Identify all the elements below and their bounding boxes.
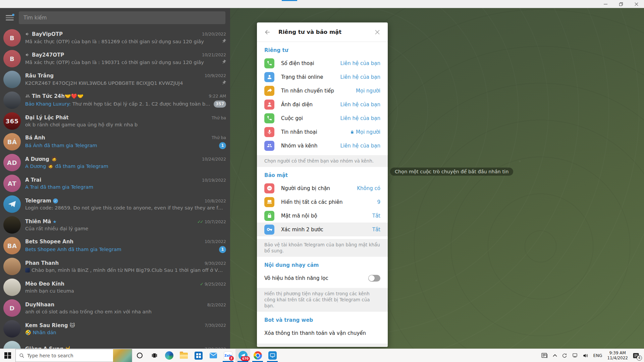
chat-avatar: B [3, 50, 21, 67]
filter-toggle[interactable] [368, 275, 380, 282]
chat-row-line2: K2CRZ467 E47OCJ2H KWL3WDL6 UPOBG8TE 8CIX… [25, 80, 226, 86]
dialog-title: Riêng tư và bảo mật [278, 29, 374, 35]
cortana-button[interactable] [132, 349, 147, 362]
taskbar-search-box[interactable] [15, 349, 132, 362]
chat-row-content: Râu Trắng10/9/2022K2CRZ467 E47OCJ2H KWL3… [25, 73, 226, 86]
chat-list-item[interactable]: DDuyNhaan8/2/2022anh ơi có slot ads nào … [0, 298, 230, 318]
news-widget-button[interactable] [539, 349, 550, 362]
message-photo-thumb-icon [25, 268, 30, 273]
settings-row-value: Liên hệ của bạn [340, 74, 380, 80]
chat-row-line1: A Dương 🧔10/24/2022 [25, 156, 226, 162]
back-icon[interactable] [264, 29, 271, 36]
hamburger-menu-icon[interactable] [5, 13, 15, 23]
chat-list-item[interactable]: Mèo Đeo Kính✓9/25/2022mình bạn cu tieuma [0, 277, 230, 298]
remote-app-button[interactable] [265, 349, 280, 362]
close-icon[interactable] [374, 29, 380, 35]
network-tray-button[interactable] [570, 349, 580, 362]
chat-avatar [3, 195, 21, 213]
read-checks-icon: ✓✓ [197, 219, 203, 224]
settings-row-value: Liên hệ của bạn [340, 143, 380, 149]
chat-avatar: BA [3, 237, 21, 254]
chat-row-line1: Đại Lý Lộc PhátThứ ba [25, 115, 226, 121]
chat-list-item[interactable]: 365Đại Lý Lộc PhátThứ baok b rảnh chơi g… [0, 111, 230, 131]
chat-list-item[interactable]: Thiên Mã★✓✓10/7/2022Của rất nhiều đại lý… [0, 215, 230, 235]
chat-list-item[interactable]: BBay247OTP10/21/2022Mã xác thực (OTP) củ… [0, 48, 230, 69]
minimize-button[interactable] [598, 0, 613, 8]
chat-row-line2: Bá Ánh đã tham gia Telegram1 [25, 142, 226, 149]
clear-payment-info-button[interactable]: Xóa thông tin thanh toán và vận chuyển [257, 326, 388, 340]
chrome-button[interactable] [250, 349, 265, 362]
chat-row-meta: 7/30/2022 [205, 323, 226, 328]
laptop-icon [264, 197, 274, 207]
titlebar-accent-strip [282, 0, 297, 1]
zalo-button[interactable]: Zalo 2 [221, 349, 235, 362]
telegram-button[interactable]: 670 [235, 349, 250, 362]
settings-row[interactable]: Số điện thoạiLiên hệ của bạn [257, 56, 388, 70]
chat-list-item[interactable]: BBayVipOTP10/20/2022Mã xác thực (OTP) củ… [0, 27, 230, 48]
settings-row[interactable]: Mật mã nội bộTắt [257, 209, 388, 223]
chat-name: Phan Thanh [25, 260, 59, 266]
settings-row[interactable]: Xác minh 2 bướcTắt [257, 223, 388, 236]
chat-last-message: A Dương 🧔 đã tham gia Telegram [25, 164, 223, 169]
mail-button[interactable] [206, 349, 221, 362]
screen: BBayVipOTP10/20/2022Mã xác thực (OTP) củ… [0, 0, 644, 362]
chat-list-item[interactable]: Telegram10/8/2022Login code: 28659. Do n… [0, 194, 230, 215]
chat-list-item[interactable]: Tin Tức 24h🤝❤️🤝9:22 AMBảo Khang Luxury: … [0, 90, 230, 111]
action-center-button[interactable]: 4 [631, 349, 643, 362]
chat-list-item[interactable]: BABets Shopee Anh10/3/2022Bets Shopee An… [0, 235, 230, 256]
tray-chevron-button[interactable] [550, 349, 559, 362]
window-controls [598, 0, 644, 8]
chat-list-item[interactable]: Phan Thanh9/30/2022Chào bạn, mình là Bin… [0, 256, 230, 277]
settings-row[interactable]: Trạng thái onlineLiên hệ của bạn [257, 70, 388, 84]
chat-row-line2: Bets Shopee Anh đã tham gia Telegram1 [25, 246, 226, 253]
section-header-bots-websites: Bot và trang web [257, 312, 388, 326]
start-button[interactable] [0, 349, 15, 362]
task-view-button[interactable] [147, 349, 162, 362]
zalo-badge: 2 [229, 356, 234, 361]
chat-row-content: Đại Lý Lộc PhátThứ baok b rảnh chơi game… [25, 115, 226, 127]
chat-avatar [3, 279, 21, 296]
chat-last-message: ok b rảnh chơi game qua ủng hộ dly mk nh… [25, 122, 223, 127]
language-indicator[interactable]: ENG [591, 349, 605, 362]
chat-row-meta: 9/30/2022 [205, 261, 226, 266]
file-explorer-button[interactable] [176, 349, 191, 362]
volume-tray-button[interactable] [580, 349, 591, 362]
chat-row-indicators: 1 [219, 142, 226, 149]
chat-list-item[interactable]: Râu Trắng10/9/2022K2CRZ467 E47OCJ2H KWL3… [0, 69, 230, 90]
tray-clock[interactable]: 9:39 AM 11/4/2022 [604, 349, 631, 362]
chat-avatar [3, 341, 21, 349]
sensitive-filter-toggle-row[interactable]: Vô hiệu hóa tính năng lọc [257, 271, 388, 285]
restore-button[interactable] [613, 0, 629, 8]
system-tray: ENG 9:39 AM 11/4/2022 4 [539, 349, 644, 362]
chat-row-content: Bay247OTP10/21/2022Mã xác thực (OTP) của… [25, 52, 226, 66]
channel-megaphone-icon [25, 52, 30, 57]
microsoft-store-button[interactable] [191, 349, 206, 362]
settings-row[interactable]: Hiển thị tất cả các phiên9 [257, 195, 388, 209]
settings-row-label: Tin nhắn chuyển tiếp [281, 88, 356, 94]
settings-row[interactable]: Nhóm và kênhLiên hệ của bạn [257, 139, 388, 153]
search-input[interactable] [19, 11, 225, 24]
chat-list-item[interactable]: Kem Sau Rieng 🐱7/30/2022🤣 Nhãn dán [0, 318, 230, 339]
taskbar-search-input[interactable] [24, 353, 113, 358]
chat-list-item[interactable]: Giàng A Sung 🤟7/29/2022 [0, 339, 230, 349]
chat-date: Thứ ba [212, 115, 226, 120]
chat-row-meta: ✓9/25/2022 [200, 282, 226, 287]
chat-row-meta: ✓✓10/7/2022 [197, 219, 226, 224]
close-button[interactable] [629, 0, 644, 8]
chat-date: 10/19/2022 [202, 178, 226, 183]
channel-megaphone-icon [25, 32, 30, 37]
settings-row[interactable]: Tin nhắn chuyển tiếpMọi người [257, 84, 388, 98]
notification-count-badge: 4 [637, 355, 642, 361]
chat-list-item[interactable]: BÁBá ÁnhThứ baBá Ánh đã tham gia Telegra… [0, 131, 230, 152]
settings-row[interactable]: Tin nhắn thoạiMọi người [257, 125, 388, 139]
search-highlight-image[interactable] [113, 349, 132, 362]
edge-button[interactable] [162, 349, 176, 362]
chat-list-item[interactable]: ADA Dương 🧔10/24/2022A Dương 🧔 đã tham g… [0, 152, 230, 173]
settings-row[interactable]: Người dùng bị chặnKhông có [257, 181, 388, 195]
chat-list-item[interactable]: ATA Trai10/19/2022A Trai đã tham gia Tel… [0, 173, 230, 194]
settings-row[interactable]: Ảnh đại diệnLiên hệ của bạn [257, 98, 388, 111]
update-tray-button[interactable] [559, 349, 570, 362]
settings-row[interactable]: Cuộc gọiLiên hệ của bạn [257, 111, 388, 125]
pinned-icon [220, 79, 227, 87]
section-note: Bảo vệ tài khoản Telegram của bạn bằng m… [257, 239, 388, 257]
